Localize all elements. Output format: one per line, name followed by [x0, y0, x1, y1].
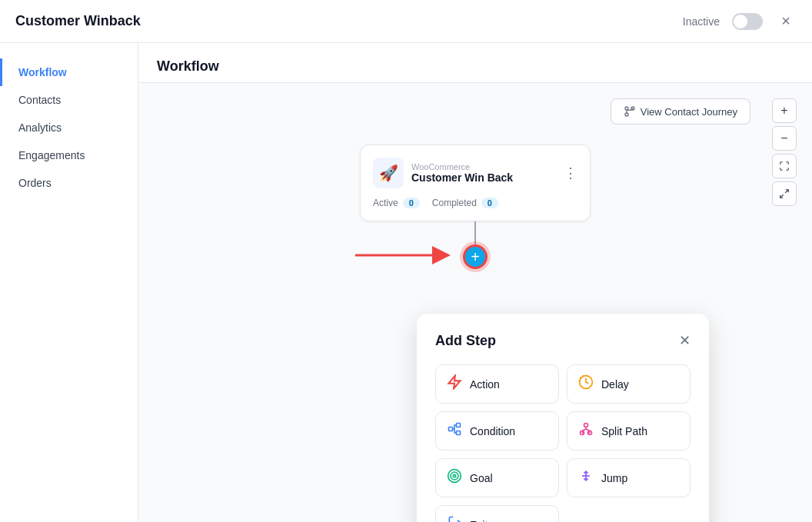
step-split-path[interactable]: Split Path [567, 411, 691, 451]
dialog-header: Add Step ✕ [435, 332, 691, 349]
zoom-controls: + − [772, 98, 797, 206]
completed-label: Completed [432, 198, 477, 208]
jump-label: Jump [601, 472, 627, 484]
bolt-icon [447, 374, 462, 390]
exit-label: Exit [470, 519, 488, 523]
trigger-info: WooCommerce Customer Win Back [411, 162, 513, 184]
trigger-card-header: 🚀 WooCommerce Customer Win Back ⋮ [373, 158, 577, 188]
trigger-source: WooCommerce [411, 162, 513, 171]
fullscreen-button[interactable] [772, 181, 797, 206]
svg-marker-7 [449, 376, 461, 389]
exit-svg-icon [447, 515, 462, 522]
connector-line [474, 221, 476, 244]
trigger-card: 🚀 WooCommerce Customer Win Back ⋮ Active… [360, 145, 591, 221]
zoom-out-button[interactable]: − [772, 126, 797, 151]
status-label: Inactive [683, 15, 720, 28]
exit-icon [447, 515, 462, 522]
svg-rect-10 [457, 424, 461, 427]
view-journey-button[interactable]: View Contact Journey [611, 98, 750, 125]
condition-icon [447, 421, 462, 441]
split-path-label: Split Path [601, 425, 647, 437]
dialog-close-button[interactable]: ✕ [679, 332, 691, 349]
add-step-button[interactable]: + [463, 244, 488, 269]
active-count: 0 [403, 198, 420, 208]
view-journey-label: View Contact Journey [641, 106, 737, 118]
workflow-canvas: View Contact Journey + − [138, 83, 812, 517]
split-path-icon [578, 421, 594, 441]
step-jump[interactable]: Jump [567, 458, 691, 497]
sidebar-item-analytics[interactable]: Analytics [0, 114, 138, 141]
add-step-container: + [463, 244, 488, 269]
action-icon [447, 374, 462, 394]
trigger-more-button[interactable]: ⋮ [564, 165, 577, 181]
workflow-area: 🚀 WooCommerce Customer Win Back ⋮ Active… [360, 145, 591, 269]
page-title: Workflow [157, 58, 219, 74]
app-header: Customer Winback Inactive × [0, 0, 812, 43]
arrow-svg [355, 244, 455, 267]
svg-point-17 [453, 474, 455, 477]
step-delay[interactable]: Delay [567, 364, 691, 404]
goal-svg-icon [447, 468, 462, 484]
svg-line-3 [785, 190, 788, 193]
fit-icon [779, 161, 790, 171]
header-controls: Inactive × [683, 11, 797, 32]
svg-point-16 [451, 472, 458, 480]
app-title: Customer Winback [15, 13, 141, 29]
delay-icon [578, 374, 594, 394]
jump-svg-icon [578, 468, 594, 484]
active-stat: Active 0 [373, 198, 420, 208]
active-label: Active [373, 198, 398, 208]
clock-icon [578, 374, 594, 390]
close-button[interactable]: × [775, 11, 797, 32]
goal-icon [447, 468, 462, 487]
sidebar-item-workflow[interactable]: Workflow [0, 58, 138, 86]
zoom-in-button[interactable]: + [772, 98, 797, 123]
red-arrow [355, 244, 455, 270]
step-goal[interactable]: Goal [435, 458, 559, 497]
delay-label: Delay [601, 378, 629, 391]
main-header: Workflow [138, 43, 812, 83]
condition-label: Condition [470, 425, 515, 437]
svg-rect-11 [457, 431, 461, 435]
main-layout: Workflow Contacts Analytics Engagements … [0, 43, 812, 522]
trigger-icon: 🚀 [373, 158, 404, 188]
fullscreen-icon [779, 188, 790, 199]
condition-svg-icon [447, 421, 462, 437]
trigger-card-left: 🚀 WooCommerce Customer Win Back [373, 158, 513, 188]
add-step-dialog: Add Step ✕ Action [417, 314, 709, 522]
svg-point-14 [584, 424, 588, 427]
sidebar-item-engagements[interactable]: Engagements [0, 141, 138, 169]
sidebar-item-contacts[interactable]: Contacts [0, 86, 138, 114]
active-toggle[interactable] [732, 13, 763, 30]
goal-label: Goal [470, 472, 493, 484]
svg-rect-9 [449, 427, 453, 431]
jump-icon [578, 468, 594, 487]
journey-icon [624, 105, 636, 118]
step-condition[interactable]: Condition [435, 411, 559, 451]
dialog-title: Add Step [435, 333, 496, 349]
sidebar-item-orders[interactable]: Orders [0, 169, 138, 197]
step-grid: Action Delay [435, 364, 691, 522]
trigger-stats: Active 0 Completed 0 [373, 198, 577, 208]
fit-button[interactable] [772, 154, 797, 178]
main-content: Workflow View Contact Journey + − [138, 43, 812, 522]
completed-count: 0 [481, 198, 498, 208]
svg-line-4 [780, 195, 784, 198]
step-action[interactable]: Action [435, 364, 559, 404]
action-label: Action [470, 378, 500, 391]
step-exit[interactable]: Exit [435, 505, 559, 522]
split-svg-icon [578, 421, 594, 437]
trigger-name: Customer Win Back [411, 171, 513, 184]
sidebar: Workflow Contacts Analytics Engagements … [0, 43, 138, 522]
completed-stat: Completed 0 [432, 198, 498, 208]
